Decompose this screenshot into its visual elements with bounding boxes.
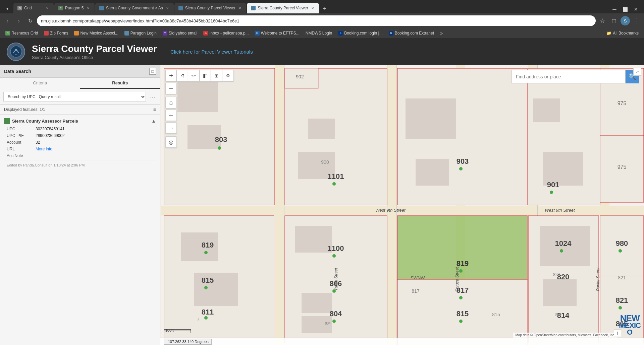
search-dropdown[interactable]: Search by UPC _Query result — [3, 92, 146, 102]
svg-text:Spruce Street: Spruce Street — [455, 267, 460, 292]
tab-label: Paragon 5 — [65, 6, 84, 10]
forward-button[interactable]: › — [14, 16, 23, 25]
svg-text:819: 819 — [457, 259, 469, 268]
reload-button[interactable]: ↻ — [25, 16, 35, 25]
forward-nav-button[interactable]: → — [165, 122, 177, 134]
svg-text:815: 815 — [492, 312, 500, 317]
svg-rect-33 — [406, 98, 456, 139]
bookmark-yahoo[interactable]: Y Sid yahoo email — [160, 29, 200, 37]
restore-button[interactable]: ⬜ — [621, 5, 629, 13]
tab-bar: ▾ G Grid ✕ P Paragon 5 ✕ Sierra County G… — [0, 0, 644, 13]
bookmark-eftps[interactable]: E Welcome to EFTPS... — [252, 29, 302, 37]
app-header: SC Sierra County Parcel Viewer Sierra Co… — [0, 38, 644, 65]
tutorial-link[interactable]: Click here for Parcel Viewer Tutorials — [170, 49, 253, 55]
tab-grid[interactable]: G Grid ✕ — [13, 3, 54, 13]
back-nav-button[interactable]: ← — [165, 110, 177, 121]
bookmark-favicon: E — [255, 31, 260, 36]
scale-label: 100ft — [165, 328, 173, 332]
svg-point-47 — [550, 191, 553, 194]
collapse-icon[interactable]: ▲ — [151, 118, 156, 124]
tab-close-icon[interactable]: ✕ — [237, 6, 242, 10]
bookmark-booking[interactable]: B Booking.com login |... — [335, 29, 385, 37]
bookmark-label: Zip Forms — [50, 31, 68, 36]
tab-close-icon[interactable]: ✕ — [310, 6, 315, 10]
home-button[interactable]: ⌂ — [165, 97, 177, 108]
svg-point-85 — [459, 296, 463, 299]
attribution-expand-button[interactable]: i — [614, 330, 621, 337]
svg-rect-10 — [387, 65, 396, 345]
sidebar-title: Data Search — [4, 69, 31, 74]
tab-results[interactable]: Results — [80, 78, 160, 89]
tab-close-icon[interactable]: ✕ — [45, 6, 50, 10]
all-bookmarks-button[interactable]: 📁 All Bookmarks — [604, 30, 641, 36]
print-button[interactable]: 🖨 — [177, 70, 188, 81]
tab-close-icon[interactable]: ✕ — [86, 6, 91, 10]
tab-sierra-gov[interactable]: Sierra County Government > As ✕ — [95, 3, 174, 13]
bookmark-inbox[interactable]: G Inbox - pelicanspa.p... — [201, 29, 251, 37]
svg-point-100 — [619, 249, 622, 253]
bookmark-newmexico[interactable]: New Mexico Associ... — [71, 29, 121, 37]
bookmark-star-icon[interactable]: ☆ — [598, 16, 607, 25]
bookmark-paragon[interactable]: Paragon Login — [122, 29, 159, 37]
all-bookmarks-label: All Bookmarks — [613, 31, 639, 36]
extension-puzzle-icon[interactable]: ⬚ — [609, 16, 619, 25]
green-square-icon — [4, 118, 10, 124]
svg-rect-56 — [194, 273, 238, 306]
tab-close-icon[interactable]: ✕ — [165, 6, 170, 10]
svg-text:817: 817 — [412, 288, 420, 294]
tab-label: Sierra County Parcel Viewer — [258, 6, 308, 10]
nm-logo: NEW MEXIC O — [619, 315, 641, 336]
svg-text:815: 815 — [457, 309, 469, 318]
more-options-icon[interactable]: ⋯ — [149, 92, 157, 101]
map-search-input[interactable] — [512, 70, 626, 83]
tab-paragon[interactable]: P Paragon 5 ✕ — [54, 3, 95, 13]
minimize-button[interactable]: ─ — [610, 5, 619, 13]
window-controls: ─ ⬜ ✕ — [610, 5, 644, 13]
new-tab-button[interactable]: + — [320, 4, 329, 13]
zoom-in-button[interactable]: + — [165, 70, 177, 81]
bookmark-nmdws[interactable]: NMDWS Login — [303, 29, 335, 37]
parcel-section-header: Sierra County Assessor Parcels ▲ — [4, 118, 156, 124]
svg-point-87 — [459, 320, 463, 323]
field-url: URL More info — [7, 147, 156, 151]
sidebar-minimize-button[interactable]: □ — [149, 68, 156, 75]
address-bar-row: ‹ › ↻ nm.gis.axiomnh.com/portal/apps/web… — [0, 13, 644, 28]
bookmark-resnexus[interactable]: R Resnexus Grid — [3, 29, 41, 37]
tab-parcel-1[interactable]: Sierra County Parcel Viewer ✕ — [174, 3, 247, 13]
tools-button[interactable]: ⚙ — [222, 70, 234, 81]
field-account: Account 32 — [7, 140, 156, 145]
bookmarks-more-button[interactable]: » — [437, 29, 445, 37]
tab-chevron[interactable]: ▾ — [3, 4, 12, 13]
locate-button[interactable]: ◎ — [165, 136, 177, 148]
svg-rect-7 — [275, 65, 284, 345]
zoom-out-button[interactable]: − — [165, 83, 177, 94]
bookmark-booking-extranet[interactable]: B Booking.com Extranet — [386, 29, 437, 37]
sidebar-header: Data Search □ — [0, 65, 160, 78]
upc-value: 3022078459141 — [36, 127, 65, 131]
address-bar[interactable]: nm.gis.axiomnh.com/portal/apps/webappvie… — [37, 15, 596, 26]
svg-point-36 — [459, 167, 463, 170]
results-info-bar: Displayed features: 1/1 ≡ — [0, 105, 160, 115]
grid-button[interactable]: ⊞ — [211, 70, 222, 81]
bookmark-zipforms[interactable]: Zip Forms — [41, 29, 71, 37]
map-expand-button[interactable]: ⤢ — [633, 68, 641, 76]
back-button[interactable]: ‹ — [3, 16, 12, 25]
edit-button[interactable]: ✏ — [188, 70, 200, 81]
upc-label: UPC — [7, 127, 34, 131]
field-upc: UPC 3022078459141 — [7, 127, 156, 131]
svg-rect-25 — [308, 119, 335, 139]
bookmark-favicon: B — [338, 31, 343, 36]
svg-text:1101: 1101 — [328, 172, 344, 181]
profile-avatar[interactable]: S — [621, 16, 630, 25]
close-button[interactable]: ✕ — [632, 5, 640, 13]
svg-text:902: 902 — [296, 74, 304, 79]
sort-icon[interactable]: ≡ — [153, 107, 156, 112]
tab-parcel-2-active[interactable]: Sierra County Parcel Viewer ✕ — [247, 3, 319, 13]
tab-favicon — [178, 6, 183, 10]
app-logo: SC — [7, 43, 25, 61]
url-link[interactable]: More info — [36, 147, 52, 151]
parcel-section-title: Sierra County Assessor Parcels — [12, 119, 78, 124]
tab-criteria[interactable]: Criteria — [0, 78, 80, 89]
layers-button[interactable]: ◧ — [200, 70, 211, 81]
menu-dots-icon[interactable]: ⋮ — [632, 16, 641, 25]
